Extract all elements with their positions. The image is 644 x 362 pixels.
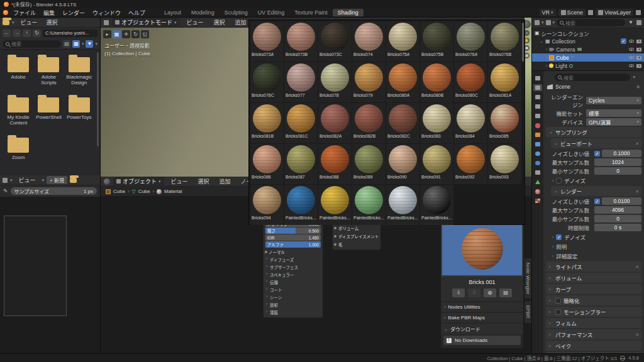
menubar-menu[interactable]: ヘルプ (125, 8, 149, 18)
render-denoise-row[interactable]: ›✓ デノイズ (552, 233, 641, 241)
new-scene-button[interactable] (588, 10, 593, 15)
properties-section-header[interactable]: › ✓ ベイク ≡ (546, 341, 641, 351)
properties-section-header[interactable]: › ✓ モーションブラー ≡ (546, 307, 641, 317)
viewlayer-selector[interactable]: ViewLayer (596, 9, 633, 16)
material-asset[interactable]: Bricks089 (352, 144, 386, 184)
back-button[interactable]: ← (3, 30, 11, 37)
shader-context-dropdown[interactable]: オブジェクト▾ (113, 177, 164, 186)
material-output-node[interactable]: ボリュームディスプレイスメント毛 (332, 222, 381, 250)
folder-item[interactable]: Adobe Scripts (34, 53, 63, 92)
outliner-funnel-icon[interactable]: ▼ (627, 19, 635, 26)
properties-section-header[interactable]: › ✓ ボリューム ≡ (546, 273, 641, 283)
hide-viewport-icon[interactable] (629, 64, 634, 67)
material-asset[interactable]: Bricks094 (250, 185, 284, 225)
image-select-caret[interactable]: ▾ (42, 178, 45, 183)
material-asset[interactable]: Bricks091 (420, 144, 453, 184)
property-dropdown[interactable]: 標準▾ (586, 109, 641, 117)
download-button[interactable]: ⇩ (452, 288, 465, 297)
folder-item[interactable]: PowerToys (65, 94, 94, 133)
image-editor-view-menu[interactable]: ビュー (15, 175, 40, 185)
material-asset[interactable]: Bricks090 (386, 144, 419, 184)
properties-tab[interactable] (533, 75, 542, 82)
material-asset[interactable]: Bricks093 (488, 144, 521, 184)
menubar-menu[interactable]: 編集 (40, 8, 58, 18)
disable-render-icon[interactable] (636, 56, 641, 60)
editor-type-icon[interactable] (3, 20, 9, 25)
sidebar-tab[interactable]: EPBR (525, 301, 531, 322)
up-button[interactable]: ↑ (23, 30, 31, 37)
properties-tab[interactable] (533, 141, 542, 148)
material-asset-browser[interactable]: Bricks073A Bricks073B Bricks073C (248, 19, 525, 225)
scale-tool-icon[interactable]: ◱ (141, 30, 149, 38)
value-field[interactable]: 4096 (594, 206, 641, 214)
material-asset[interactable]: Bricks087 (284, 144, 318, 184)
node-slider[interactable]: 粗さ0.500 (265, 228, 321, 234)
material-asset[interactable]: Bricks079 (352, 62, 386, 102)
value-field[interactable]: 0 (594, 167, 641, 175)
material-asset[interactable]: PaintedBricks... (352, 185, 386, 225)
properties-tab[interactable] (533, 169, 542, 176)
menubar-menu[interactable]: レンダー (58, 8, 89, 18)
material-asset[interactable]: Bricks073B (284, 21, 318, 62)
pin-icon[interactable]: ✕ (636, 84, 640, 90)
material-asset[interactable]: Bricks082A (318, 103, 352, 143)
node-section-row[interactable]: 放射 (264, 301, 323, 309)
property-dropdown[interactable]: GPU演算▾ (586, 118, 641, 126)
collection-row[interactable]: ⌄ ▦ Collection ✓ (532, 37, 644, 45)
properties-tab[interactable] (533, 178, 542, 185)
viewport-denoise-row[interactable]: ›✓ デノイズ (552, 177, 641, 184)
workspace-tab[interactable]: UV Editing (253, 9, 290, 16)
noise-threshold-checkbox[interactable]: ✓ (594, 151, 600, 156)
node-section-row[interactable]: サブサーフェス (264, 263, 323, 271)
mode-dropdown[interactable]: オブジェクトモード▾ (112, 18, 180, 27)
viewport-menu[interactable]: 選択 (210, 18, 229, 27)
editor-type-caret[interactable]: ▾ (12, 20, 14, 25)
node-section-row[interactable]: 薄膜 (264, 309, 323, 316)
sampling-subsection[interactable]: ›詳細設定 (552, 252, 641, 260)
asset-browser-scrollbar[interactable] (522, 23, 524, 62)
outliner-object-row[interactable]: › Camera (532, 45, 644, 53)
file-browser-scrollbar[interactable] (97, 52, 99, 146)
material-asset[interactable]: Bricks092 (454, 144, 487, 184)
material-asset[interactable]: PaintedBricks... (318, 185, 352, 225)
material-asset[interactable]: Bricks085 (488, 103, 521, 143)
material-asset[interactable]: Bricks074 (352, 21, 386, 62)
material-asset[interactable]: Bricks083 (420, 103, 453, 143)
outliner-filter-icon[interactable] (546, 20, 551, 25)
denoise-checkbox[interactable]: ✓ (556, 234, 562, 240)
breadcrumb-material[interactable]: Material (164, 189, 182, 194)
properties-tab[interactable] (533, 84, 542, 91)
viewport-menu[interactable]: ビュー (183, 18, 208, 27)
file-browser-menu[interactable]: ビュー (17, 18, 42, 27)
outliner-display-mode-icon[interactable] (535, 20, 540, 25)
shader-editor-type-icon[interactable] (104, 178, 110, 185)
image-editor-type-icon[interactable] (3, 178, 8, 183)
new-image-button[interactable]: + 新規 (47, 176, 67, 184)
move-tool-icon[interactable]: ✛ (122, 30, 130, 38)
properties-tab[interactable] (533, 122, 542, 129)
material-asset[interactable]: Bricks088 (318, 144, 352, 184)
path-field[interactable]: C:\Users\sho yoshi... (43, 30, 97, 37)
properties-section-header[interactable]: › ✓ カーブ ≡ (546, 284, 641, 294)
material-asset[interactable]: Bricks086 (250, 144, 284, 184)
disable-render-icon[interactable] (636, 48, 641, 52)
shader-editor-menu[interactable]: 選択 (194, 177, 213, 186)
material-asset[interactable]: Bricks073C (318, 21, 352, 62)
folder-item[interactable]: PowerShell (34, 94, 63, 133)
section-checkbox[interactable]: ✓ (555, 298, 561, 304)
image-editor-canvas[interactable] (0, 197, 100, 353)
viewport-sampling-header[interactable]: ⌄ビューポート≡ (551, 138, 641, 148)
node-socket[interactable]: 毛 (333, 240, 380, 248)
outliner-object-row[interactable]: › Cube ▽ (532, 53, 644, 62)
viewport-editor-type-icon[interactable] (104, 20, 109, 25)
section-checkbox[interactable]: ✓ (555, 309, 561, 315)
sidebar-tab[interactable]: Node Wrangler (525, 258, 531, 299)
disable-render-icon[interactable] (636, 40, 641, 43)
node-section-row[interactable]: ディフューズ (264, 256, 323, 263)
breadcrumb-data[interactable]: Cube (138, 189, 150, 194)
properties-options-caret[interactable]: ▾ (633, 75, 635, 80)
rotate-tool-icon[interactable]: ↻ (131, 30, 140, 38)
outliner-search-input[interactable]: 検索 (557, 19, 625, 26)
sampling-section-header[interactable]: ⌄サンプリング (546, 127, 641, 137)
workspace-tab[interactable]: Texture Paint (289, 9, 333, 16)
